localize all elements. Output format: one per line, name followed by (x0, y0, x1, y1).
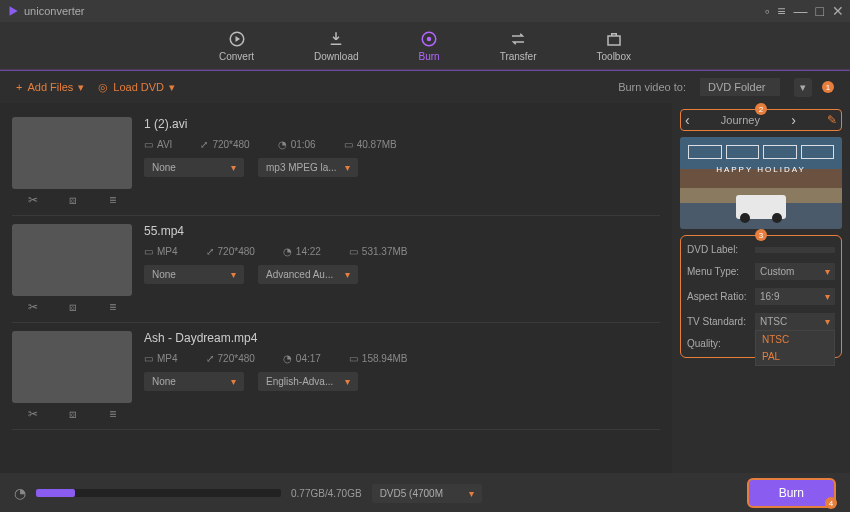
maximize-icon[interactable]: □ (816, 3, 824, 19)
file-size: 40.87MB (357, 139, 397, 150)
resolution-icon: ⤢ (200, 139, 208, 150)
list-item: ✂ ⧇ ≡ 1 (2).avi ▭AVI ⤢720*480 ◔01:06 ▭40… (12, 109, 660, 216)
tab-transfer-label: Transfer (500, 51, 537, 62)
file-name: Ash - Daydream.mp4 (144, 331, 660, 345)
subtitle-select[interactable]: None▾ (144, 372, 244, 391)
menu-icon[interactable]: ≡ (777, 3, 785, 19)
tv-standard-option[interactable]: PAL (756, 348, 834, 365)
file-resolution: 720*480 (218, 246, 255, 257)
subtitle-select[interactable]: None▾ (144, 265, 244, 284)
template-name: Journey (721, 114, 760, 126)
thumbnail[interactable] (12, 117, 132, 189)
tab-convert-label: Convert (219, 51, 254, 62)
clock-icon: ◔ (283, 353, 292, 364)
resolution-icon: ⤢ (206, 246, 214, 257)
folder-icon: ▭ (349, 246, 358, 257)
tab-download[interactable]: Download (314, 30, 358, 62)
disc-progress-fill (36, 489, 75, 497)
tv-standard-label: TV Standard: (687, 316, 751, 327)
cut-icon[interactable]: ✂ (28, 300, 38, 314)
template-next[interactable]: › (791, 112, 796, 128)
tab-toolbox[interactable]: Toolbox (597, 30, 631, 62)
crop-icon[interactable]: ⧇ (69, 407, 77, 421)
thumbnail[interactable] (12, 331, 132, 403)
effects-icon[interactable]: ≡ (109, 407, 116, 421)
crop-icon[interactable]: ⧇ (69, 300, 77, 314)
close-icon[interactable]: ✕ (832, 3, 844, 19)
tv-standard-select[interactable]: NTSC▾ NTSC PAL (755, 313, 835, 330)
menu-type-select[interactable]: Custom▾ (755, 263, 835, 280)
file-duration: 01:06 (291, 139, 316, 150)
aspect-ratio-select[interactable]: 16:9▾ (755, 288, 835, 305)
audio-select[interactable]: mp3 MPEG la...▾ (258, 158, 358, 177)
settings-sidebar: 2 ‹ Journey › ✎ HAPPY HOLIDAY 3 DVD Labe… (672, 103, 850, 473)
toolbox-icon (605, 30, 623, 48)
effects-icon[interactable]: ≡ (109, 193, 116, 207)
tab-burn[interactable]: Burn (419, 30, 440, 62)
file-format: MP4 (157, 246, 178, 257)
disc-progress (36, 489, 281, 497)
plus-icon: + (16, 81, 22, 93)
transfer-icon (509, 30, 527, 48)
chevron-down-icon: ▾ (469, 488, 474, 499)
dvd-label-input[interactable] (755, 247, 835, 253)
template-prev[interactable]: ‹ (685, 112, 690, 128)
tab-transfer[interactable]: Transfer (500, 30, 537, 62)
list-item: ✂ ⧇ ≡ Ash - Daydream.mp4 ▭MP4 ⤢720*480 ◔… (12, 323, 660, 430)
chevron-down-icon: ▾ (825, 266, 830, 277)
file-name: 1 (2).avi (144, 117, 660, 131)
burn-icon (420, 30, 438, 48)
app-brand: uniconverter (6, 4, 85, 18)
file-resolution: 720*480 (212, 139, 249, 150)
burn-to-label: Burn video to: (618, 81, 686, 93)
chevron-down-icon: ▾ (169, 81, 175, 94)
format-icon: ▭ (144, 246, 153, 257)
chevron-down-icon: ▾ (231, 162, 236, 173)
dvd-settings-panel: 3 DVD Label: Menu Type: Custom▾ Aspect R… (680, 235, 842, 358)
user-icon[interactable]: ◦ (764, 3, 769, 19)
clock-icon: ◔ (283, 246, 292, 257)
burn-to-select[interactable]: DVD Folder (700, 78, 780, 96)
tab-toolbox-label: Toolbox (597, 51, 631, 62)
burn-button-label: Burn (779, 486, 804, 500)
edit-icon[interactable]: ✎ (827, 113, 837, 127)
tab-convert[interactable]: Convert (219, 30, 254, 62)
history-icon[interactable]: ◔ (14, 485, 26, 501)
svg-marker-2 (235, 36, 240, 42)
minimize-icon[interactable]: — (794, 3, 808, 19)
format-icon: ▭ (144, 139, 153, 150)
app-name: uniconverter (24, 5, 85, 17)
chevron-down-icon: ▾ (345, 269, 350, 280)
svg-marker-0 (10, 6, 18, 15)
burn-button[interactable]: Burn 4 (747, 478, 836, 508)
audio-select[interactable]: English-Adva...▾ (258, 372, 358, 391)
burn-to-dropdown[interactable]: ▾ (794, 78, 812, 97)
cut-icon[interactable]: ✂ (28, 407, 38, 421)
subtitle-select[interactable]: None▾ (144, 158, 244, 177)
resolution-icon: ⤢ (206, 353, 214, 364)
thumbnail[interactable] (12, 224, 132, 296)
chevron-down-icon: ▾ (345, 162, 350, 173)
file-resolution: 720*480 (218, 353, 255, 364)
chevron-down-icon: ▾ (825, 316, 830, 327)
dvd-label-label: DVD Label: (687, 244, 751, 255)
crop-icon[interactable]: ⧇ (69, 193, 77, 207)
disc-size: 0.77GB/4.70GB (291, 488, 362, 499)
audio-select[interactable]: Advanced Au...▾ (258, 265, 358, 284)
svg-rect-5 (608, 36, 620, 45)
tv-standard-option[interactable]: NTSC (756, 331, 834, 348)
disc-type-select[interactable]: DVD5 (4700M▾ (372, 484, 482, 503)
add-files-button[interactable]: + Add Files ▾ (16, 81, 84, 94)
cut-icon[interactable]: ✂ (28, 193, 38, 207)
effects-icon[interactable]: ≡ (109, 300, 116, 314)
load-dvd-button[interactable]: ◎ Load DVD ▾ (98, 81, 175, 94)
tab-burn-label: Burn (419, 51, 440, 62)
menu-type-label: Menu Type: (687, 266, 751, 277)
add-files-label: Add Files (27, 81, 73, 93)
file-format: MP4 (157, 353, 178, 364)
chevron-down-icon: ▾ (231, 269, 236, 280)
load-dvd-label: Load DVD (113, 81, 164, 93)
list-item: ✂ ⧇ ≡ 55.mp4 ▭MP4 ⤢720*480 ◔14:22 ▭531.3… (12, 216, 660, 323)
template-preview[interactable]: HAPPY HOLIDAY (680, 137, 842, 229)
callout-badge-3: 3 (755, 229, 767, 241)
